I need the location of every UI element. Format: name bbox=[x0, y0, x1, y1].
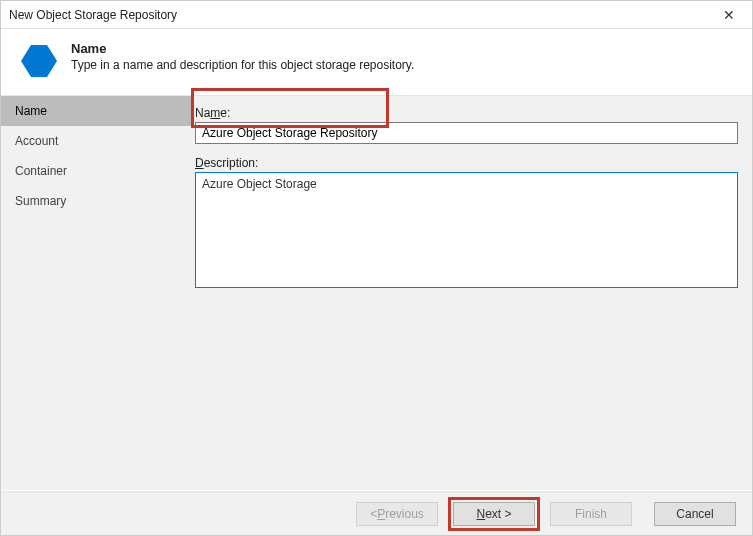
description-field-group: Description: bbox=[195, 156, 738, 291]
previous-button: < Previous bbox=[356, 502, 438, 526]
titlebar: New Object Storage Repository ✕ bbox=[1, 1, 752, 29]
finish-button: Finish bbox=[550, 502, 632, 526]
next-button[interactable]: Next > bbox=[453, 502, 535, 526]
sidebar-item-label: Container bbox=[15, 164, 67, 178]
sidebar-item-label: Summary bbox=[15, 194, 66, 208]
sidebar-item-name[interactable]: Name bbox=[1, 96, 191, 126]
main-panel: Name: Description: bbox=[191, 96, 752, 490]
name-field-group: Name: bbox=[195, 106, 738, 144]
header-text: Name Type in a name and description for … bbox=[71, 39, 414, 81]
sidebar-item-account[interactable]: Account bbox=[1, 126, 191, 156]
name-label: Name: bbox=[195, 106, 738, 120]
sidebar-item-label: Account bbox=[15, 134, 58, 148]
wizard-footer: < Previous Next > Finish Cancel bbox=[1, 491, 752, 535]
description-input[interactable] bbox=[195, 172, 738, 288]
name-input[interactable] bbox=[195, 122, 738, 144]
highlight-box-next: Next > bbox=[448, 497, 540, 531]
svg-marker-0 bbox=[21, 45, 57, 77]
wizard-body: Name Account Container Summary Name: Des… bbox=[1, 95, 752, 490]
wizard-sidebar: Name Account Container Summary bbox=[1, 96, 191, 490]
sidebar-item-label: Name bbox=[15, 104, 47, 118]
sidebar-item-summary[interactable]: Summary bbox=[1, 186, 191, 216]
hexagon-icon bbox=[19, 41, 59, 81]
close-icon[interactable]: ✕ bbox=[714, 7, 744, 23]
cancel-button[interactable]: Cancel bbox=[654, 502, 736, 526]
description-label: Description: bbox=[195, 156, 738, 170]
wizard-header: Name Type in a name and description for … bbox=[1, 29, 752, 95]
page-title: Name bbox=[71, 41, 414, 56]
window-title: New Object Storage Repository bbox=[9, 8, 714, 22]
page-subtitle: Type in a name and description for this … bbox=[71, 58, 414, 72]
sidebar-item-container[interactable]: Container bbox=[1, 156, 191, 186]
